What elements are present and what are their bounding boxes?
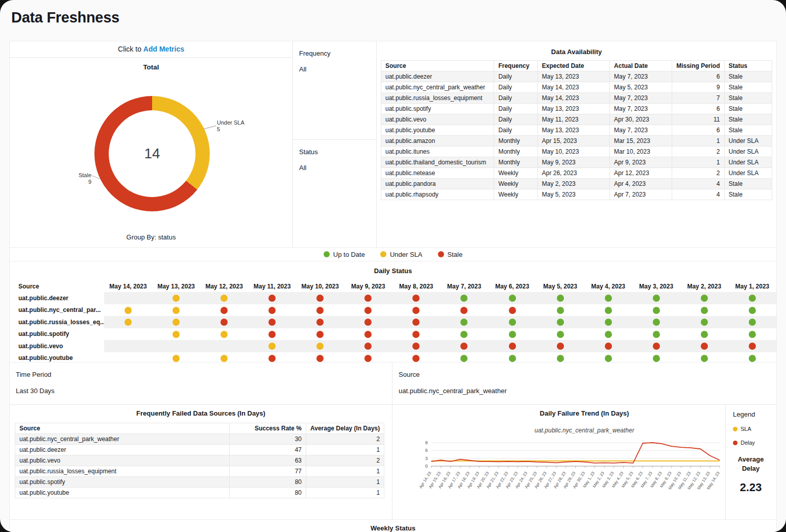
daily-status-row[interactable]: uat.public.deezer: [10, 292, 776, 304]
availability-row[interactable]: uat.public.itunesMonthlyMay 10, 2023Mar …: [381, 147, 772, 157]
availability-column-header[interactable]: Status: [724, 61, 772, 71]
status-dot-under-sla: [125, 319, 132, 326]
status-dot-up-to-date: [653, 295, 660, 302]
availability-row[interactable]: uat.public.amazonMonthlyApr 15, 2023Mar …: [381, 136, 772, 147]
daily-date-header: May 11, 2023: [248, 281, 296, 292]
daily-status-cell: [536, 340, 584, 352]
availability-cell: 4: [672, 179, 724, 189]
status-dot-up-to-date: [557, 319, 564, 326]
daily-status-cell: [392, 328, 440, 341]
failed-source-row[interactable]: uat.public.nyc_central_park_weather302: [15, 434, 384, 445]
availability-cell: Mar 15, 2023: [610, 136, 672, 147]
availability-column-header[interactable]: Missing Period: [672, 61, 724, 71]
status-dot-stale: [316, 319, 324, 326]
source-filter-value[interactable]: uat.public.nyc_central_park_weather: [399, 387, 507, 395]
daily-status-cell: [632, 316, 680, 328]
availability-row[interactable]: uat.public.vevoDailyMay 11, 2023Apr 30, …: [381, 114, 772, 125]
failed-column-header[interactable]: Success Rate %: [230, 423, 306, 434]
status-dot-stale: [364, 331, 372, 338]
availability-cell: 6: [672, 71, 724, 82]
daily-status-cell: [488, 304, 536, 317]
status-dot-up-to-date: [509, 295, 516, 302]
availability-column-header[interactable]: Frequency: [494, 61, 537, 71]
daily-status-cell: [440, 352, 488, 363]
daily-source-label: uat.public.spotify: [10, 328, 104, 341]
daily-date-header: May 1, 2023: [728, 281, 776, 292]
daily-status-cell: [728, 316, 776, 328]
failed-column-header[interactable]: Average Delay (In Days): [306, 423, 384, 434]
legend-item-stale[interactable]: Stale: [438, 251, 463, 258]
availability-row[interactable]: uat.public.rhapsodyWeeklyMay 5, 2023Apr …: [381, 189, 772, 200]
daily-status-cell: [104, 352, 152, 363]
daily-date-header: May 7, 2023: [440, 281, 488, 292]
legend-item-up-to-date[interactable]: Up to Date: [324, 251, 365, 258]
failed-source-cell: uat.public.russia_losses_equipment: [15, 466, 230, 477]
availability-cell: May 14, 2023: [537, 82, 609, 93]
daily-status-cell: [632, 340, 680, 352]
daily-status-cell: [728, 352, 776, 363]
status-dot-up-to-date: [605, 355, 612, 362]
status-dot-under-sla: [220, 355, 228, 362]
availability-row[interactable]: uat.public.nyc_central_park_weatherDaily…: [381, 82, 772, 93]
status-dot-up-to-date: [653, 319, 660, 326]
availability-row[interactable]: uat.public.neteaseWeeklyApr 26, 2023Apr …: [381, 168, 772, 179]
failed-source-row[interactable]: uat.public.spotify801: [15, 477, 384, 488]
daily-status-cell: [392, 352, 440, 363]
availability-column-header[interactable]: Actual Date: [610, 61, 672, 71]
trend-legend-title: Legend: [733, 410, 776, 418]
availability-row[interactable]: uat.public.thailand_domestic_tourismMont…: [381, 157, 772, 168]
availability-column-header[interactable]: Source: [381, 61, 494, 71]
daily-status-row[interactable]: uat.public.nyc_central_par...: [10, 304, 776, 317]
daily-status-row[interactable]: uat.public.youtube: [10, 352, 776, 363]
availability-cell: Stale: [724, 189, 772, 200]
failed-source-row[interactable]: uat.public.vevo632: [15, 455, 384, 466]
daily-status-cell: [584, 340, 632, 352]
daily-status-cell: [104, 292, 152, 304]
donut-total-value: 14: [94, 96, 210, 211]
daily-status-cell: [392, 304, 440, 317]
availability-cell: uat.public.russia_losses_equipment: [381, 93, 494, 104]
availability-cell: Under SLA: [724, 147, 772, 157]
trend-legend-item-delay[interactable]: Delay: [733, 440, 776, 446]
daily-status-row[interactable]: uat.public.spotify: [10, 328, 776, 341]
daily-status-cell: [200, 328, 248, 341]
availability-cell: Under SLA: [724, 157, 772, 168]
time-period-label: Time Period: [16, 371, 52, 378]
daily-status-row[interactable]: uat.public.vevo: [10, 340, 776, 352]
availability-cell: Mar 10, 2023: [610, 147, 672, 157]
daily-status-row[interactable]: uat.public.russia_losses_eq...: [10, 316, 776, 328]
status-dot-stale: [460, 307, 468, 314]
frequency-filter-value[interactable]: All: [299, 65, 370, 73]
daily-date-header: May 12, 2023: [200, 281, 248, 292]
add-metrics-link[interactable]: Add Metrics: [143, 45, 184, 53]
availability-row[interactable]: uat.public.youtubeDailyMay 13, 2023May 7…: [381, 125, 772, 136]
trend-legend-item-sla[interactable]: SLA: [733, 426, 776, 432]
time-period-value[interactable]: Last 30 Days: [16, 387, 55, 395]
daily-status-cell: [680, 292, 728, 304]
daily-status-cell: [248, 292, 296, 304]
status-dot-up-to-date: [701, 295, 708, 302]
daily-status-cell: [152, 340, 200, 352]
annotation-stale: Stale 9: [65, 172, 91, 185]
availability-row[interactable]: uat.public.deezerDailyMay 13, 2023May 7,…: [381, 71, 772, 82]
availability-row[interactable]: uat.public.pandoraWeeklyMay 2, 2023Apr 4…: [381, 179, 772, 189]
status-donut-chart: 14: [94, 96, 210, 211]
availability-cell: Apr 4, 2023: [610, 179, 672, 189]
frequency-filter[interactable]: Frequency All: [293, 41, 376, 140]
failed-source-row[interactable]: uat.public.deezer471: [15, 445, 384, 455]
status-filter[interactable]: Status All: [293, 140, 376, 180]
status-dot-under-sla: [173, 355, 180, 362]
failed-source-row[interactable]: uat.public.youtube801: [15, 488, 384, 498]
availability-row[interactable]: uat.public.spotifyDailyMay 13, 2023May 7…: [381, 104, 772, 114]
daily-date-header: May 5, 2023: [536, 281, 584, 292]
status-filter-value[interactable]: All: [299, 164, 370, 172]
availability-row[interactable]: uat.public.russia_losses_equipmentDailyM…: [381, 93, 772, 104]
availability-column-header[interactable]: Expected Date: [537, 61, 609, 71]
status-dot-up-to-date: [509, 331, 516, 338]
legend-item-under-sla[interactable]: Under SLA: [380, 251, 423, 258]
annotation-under-sla-label: Under SLA: [217, 119, 244, 126]
failed-column-header[interactable]: Source: [15, 423, 230, 434]
failed-source-row[interactable]: uat.public.russia_losses_equipment771: [15, 466, 384, 477]
daily-status-cell: [152, 328, 200, 341]
status-legend: Up to DateUnder SLAStale: [9, 248, 777, 261]
